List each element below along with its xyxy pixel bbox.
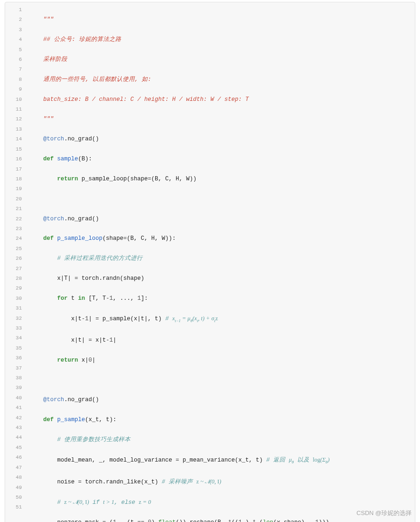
- code: nonzero_mask: [57, 519, 103, 522]
- code: ]:: [141, 295, 148, 302]
- docstring: 采样阶段: [43, 56, 67, 63]
- line-number: 21: [5, 204, 22, 214]
- number: 1: [110, 295, 113, 302]
- line-number: 36: [5, 353, 22, 363]
- line-number: 37: [5, 363, 22, 373]
- builtin: len: [263, 519, 274, 522]
- line-number: 23: [5, 224, 22, 234]
- minus: -: [106, 295, 110, 302]
- line-number: 39: [5, 383, 22, 393]
- eq: =: [124, 235, 127, 242]
- code: (t: [124, 519, 138, 522]
- code: t: [68, 295, 79, 302]
- decorator: @torch: [43, 396, 64, 403]
- docstring: """: [43, 16, 54, 23]
- code: x|t|: [71, 337, 89, 344]
- code: ...: [120, 295, 131, 302]
- line-number: 7: [5, 65, 22, 74]
- code: x|t: [71, 316, 82, 322]
- number: 1: [85, 316, 89, 322]
- eqeq: ==: [138, 519, 144, 522]
- code-line: for t in [T, T-1, ..., 1]:: [29, 294, 415, 304]
- code-line: return p_sample_loop(shape=(B, C, H, W)): [29, 174, 415, 184]
- line-number: 9: [5, 85, 22, 94]
- eq: =: [78, 479, 82, 485]
- line-number: 5: [5, 45, 22, 55]
- code-line: def p_sample(x_t, t):: [29, 415, 415, 425]
- function-name: p_sample: [57, 416, 85, 423]
- line-number: 43: [5, 423, 22, 433]
- attr: .no_grad(): [64, 136, 99, 142]
- comment: # 采样过程采用迭代的方式进行: [57, 255, 143, 262]
- code: noise: [57, 479, 78, 485]
- number: 1: [110, 337, 113, 344]
- number: 0: [148, 519, 151, 522]
- eq: =: [176, 457, 179, 463]
- keyword-for: for: [57, 295, 68, 302]
- line-number: 19: [5, 184, 22, 194]
- code-line: 通用的一些符号, 以后都默认使用, 如:: [29, 75, 415, 85]
- minus: -: [82, 316, 85, 322]
- code-line: """: [29, 114, 415, 124]
- line-number: 1: [5, 5, 22, 15]
- code: ))): [319, 519, 329, 522]
- line-number: 49: [5, 483, 22, 493]
- number: 1: [238, 519, 242, 522]
- docstring: """: [43, 116, 54, 122]
- cmt: if: [89, 499, 103, 506]
- line-number-gutter: 1 2 3 4 5 6 7 8 9 10 11 12 13 14 15 16 1…: [5, 2, 24, 522]
- math-formula: log(Σθ): [313, 456, 329, 463]
- code: ,: [131, 295, 138, 302]
- number: 0: [89, 357, 92, 363]
- code: p_mean_variance(x_t, t): [179, 457, 267, 463]
- code-line: model_mean, _, model_log_variance = p_me…: [29, 455, 415, 467]
- line-number: 17: [5, 165, 22, 174]
- function-name: sample: [57, 156, 78, 162]
- keyword-def: def: [43, 156, 54, 162]
- code: ,): [242, 519, 253, 522]
- code: x|T|: [57, 275, 75, 282]
- line-number: 50: [5, 493, 22, 502]
- code-line: """: [29, 15, 415, 25]
- line-number: 14: [5, 134, 22, 144]
- comment: # 返回 μθ 以及 log(Σθ): [266, 457, 329, 463]
- watermark: CSDN @珍妮的选择: [356, 509, 412, 517]
- code-line: noise = torch.randn_like(x_t) # 采样噪声 z ~…: [29, 477, 415, 487]
- docstring: ## 公众号: 珍妮的算法之路: [43, 36, 121, 43]
- minus: -: [106, 337, 110, 344]
- code-content[interactable]: """ ## 公众号: 珍妮的算法之路 采样阶段 通用的一些符号, 以后都默认使…: [24, 2, 415, 522]
- code: [T, T: [85, 295, 106, 302]
- eq: =: [89, 337, 92, 344]
- code: (x.shape): [273, 519, 308, 522]
- line-number: 26: [5, 254, 22, 264]
- line-number: 6: [5, 55, 22, 65]
- expr: p_sample_loop(shape: [78, 176, 148, 182]
- code: x|: [78, 357, 89, 363]
- line-number: 2: [5, 15, 22, 25]
- decorator: @torch: [43, 216, 64, 222]
- args: (shape: [103, 235, 124, 242]
- docstring: batch_size: B / channel: C / height: H /…: [43, 96, 249, 103]
- code: torch.randn_like(x_t): [82, 479, 162, 485]
- line-number: 15: [5, 145, 22, 154]
- code-line: batch_size: B / channel: C / height: H /…: [29, 95, 415, 105]
- code-line: # 使用重参数技巧生成样本: [29, 435, 415, 445]
- line-number: 38: [5, 373, 22, 383]
- line-number: 34: [5, 333, 22, 343]
- minus: -: [308, 519, 312, 522]
- line-number: 24: [5, 234, 22, 244]
- number: 1: [315, 519, 319, 522]
- line-number: 32: [5, 314, 22, 324]
- line-number: 51: [5, 502, 22, 512]
- code: |: [89, 316, 96, 322]
- args: (B):: [78, 156, 92, 162]
- args: (x_t, t):: [85, 416, 117, 423]
- expr: (B, C, H, W)): [151, 176, 197, 182]
- attr: .no_grad(): [64, 396, 99, 403]
- line-number: 12: [5, 114, 22, 124]
- cmt: # 返回: [266, 457, 289, 463]
- line-number: 10: [5, 95, 22, 105]
- keyword-def: def: [43, 416, 54, 423]
- math-formula: z = 0: [139, 499, 151, 505]
- keyword-def: def: [43, 235, 54, 242]
